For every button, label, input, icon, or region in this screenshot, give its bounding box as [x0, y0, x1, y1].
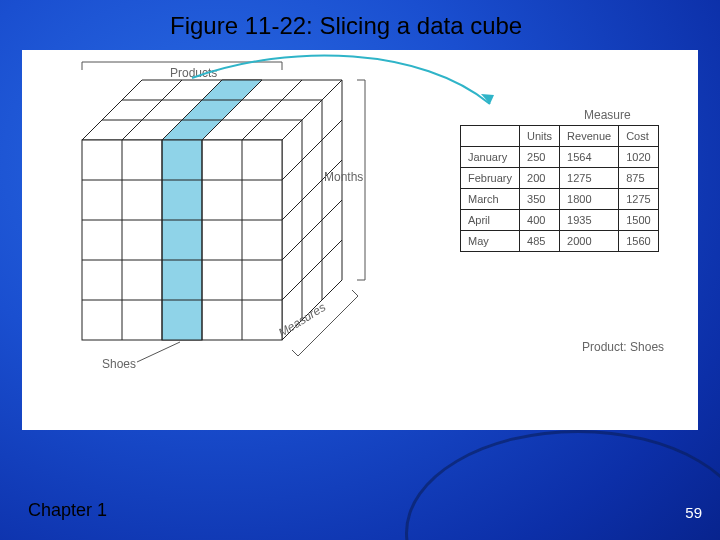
page-number: 59 — [685, 504, 702, 521]
decorative-arc — [405, 430, 720, 540]
col-revenue: Revenue — [560, 126, 619, 147]
svg-line-31 — [292, 350, 298, 356]
table-row: May 485 2000 1560 — [461, 231, 659, 252]
svg-line-34 — [137, 342, 180, 362]
table-header-row: Units Revenue Cost — [461, 126, 659, 147]
slice-label-shoes: Shoes — [102, 357, 136, 371]
table-caption: Product: Shoes — [582, 340, 664, 354]
col-blank — [461, 126, 520, 147]
col-cost: Cost — [619, 126, 658, 147]
col-units: Units — [520, 126, 560, 147]
table-row: February 200 1275 875 — [461, 168, 659, 189]
table-row: April 400 1935 1500 — [461, 210, 659, 231]
svg-rect-4 — [162, 140, 202, 340]
measure-heading: Measure — [584, 108, 631, 122]
chapter-label: Chapter 1 — [28, 500, 107, 521]
svg-line-33 — [352, 290, 358, 296]
figure-panel: Products Months Measures Shoes Measure U… — [22, 50, 698, 430]
axis-label-months: Months — [324, 170, 363, 184]
figure-title: Figure 11-22: Slicing a data cube — [170, 12, 522, 40]
slice-table: Units Revenue Cost January 250 1564 1020… — [460, 125, 659, 252]
table-row: January 250 1564 1020 — [461, 147, 659, 168]
table-row: March 350 1800 1275 — [461, 189, 659, 210]
slide: Figure 11-22: Slicing a data cube — [0, 0, 720, 540]
